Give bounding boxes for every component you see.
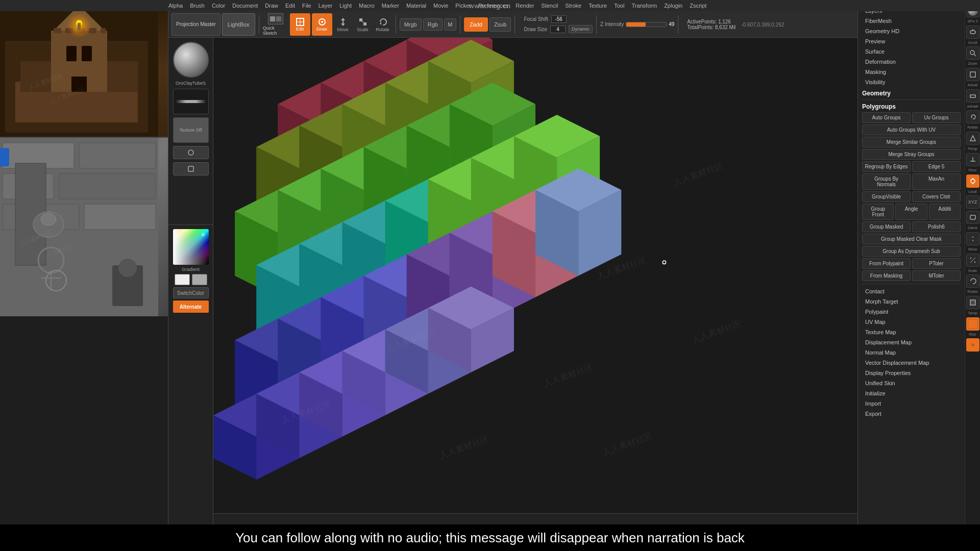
brush-stroke-preview[interactable] <box>173 89 209 114</box>
lightbox-button[interactable]: LightBox <box>222 13 255 36</box>
menu-layer[interactable]: Layer <box>318 3 333 9</box>
additi-button[interactable]: Additi <box>929 204 961 220</box>
color-wheel[interactable] <box>173 229 209 265</box>
menu-edit[interactable]: Edit <box>285 3 295 9</box>
from-masking-button[interactable]: From Masking <box>862 270 911 281</box>
menu-stroke[interactable]: Stroke <box>565 3 581 9</box>
initialize-item[interactable]: Initialize <box>862 389 961 398</box>
menu-stencil[interactable]: Stencil <box>541 3 558 9</box>
group-front-button[interactable]: Group Front <box>862 204 894 220</box>
right-icon-scale-view[interactable] <box>966 254 979 267</box>
right-icon-actual[interactable] <box>966 68 979 81</box>
brush-small-btn-1[interactable] <box>173 146 209 159</box>
projection-master-button[interactable]: Projection Master <box>172 13 220 36</box>
menu-marker[interactable]: Marker <box>382 3 399 9</box>
right-icon-rotate-view[interactable] <box>966 274 979 288</box>
brush-small-btn-2[interactable] <box>173 162 209 176</box>
right-icon-tansp[interactable] <box>966 296 979 309</box>
menu-transform[interactable]: Transform <box>631 3 657 9</box>
geometry-hd-item[interactable]: Geometry HD <box>862 27 961 36</box>
menu-texture[interactable]: Texture <box>589 3 607 9</box>
export-item[interactable]: Export <box>862 409 961 418</box>
display-properties-item[interactable]: Display Properties <box>862 368 961 378</box>
menu-tool[interactable]: Tool <box>614 3 624 9</box>
menu-zplugin[interactable]: Zplugin <box>664 3 682 9</box>
polypaint-item[interactable]: Polypaint <box>862 307 961 316</box>
draw-size-value[interactable]: 4 <box>550 26 566 33</box>
regroup-by-edges-button[interactable]: Regroup By Edges <box>862 161 911 172</box>
scale-button[interactable]: Scale <box>354 13 372 36</box>
right-icon-game[interactable] <box>966 211 979 224</box>
alternate-button[interactable]: Alternate <box>173 300 209 313</box>
deformation-item[interactable]: Deformation <box>862 57 961 66</box>
group-as-dynamesh-sub-button[interactable]: Group As Dynamesh Sub <box>862 246 961 257</box>
menu-zscript[interactable]: Zscript <box>690 3 706 9</box>
menu-file[interactable]: File <box>302 3 311 9</box>
ptoler-button[interactable]: PToler <box>912 258 961 269</box>
right-icon-xyz[interactable]: XYZ <box>966 195 979 209</box>
menu-picker[interactable]: Picker <box>455 3 471 9</box>
primary-color-swatch[interactable] <box>175 274 190 285</box>
z-intensity-slider[interactable] <box>626 22 667 27</box>
right-icon-rotate[interactable] <box>966 110 979 123</box>
covers-clstr-button[interactable]: Covers Clstr <box>912 191 961 202</box>
right-icon-floor[interactable] <box>966 153 979 166</box>
menu-material[interactable]: Material <box>406 3 426 9</box>
rgb-button[interactable]: Rgb <box>423 18 443 31</box>
menu-preferences[interactable]: Preferences <box>478 3 508 9</box>
group-masked-button[interactable]: Group Masked <box>862 221 911 232</box>
displacement-map-item[interactable]: Displacement Map <box>862 338 961 347</box>
maxan-button[interactable]: MaxAn <box>912 173 961 190</box>
right-icon-scroll[interactable] <box>966 26 979 39</box>
contact-item[interactable]: Contact <box>862 287 961 296</box>
edit-button[interactable]: Edit <box>290 13 310 36</box>
vector-displacement-map-item[interactable]: Vector Displacement Map <box>862 358 961 367</box>
import-item[interactable]: Import <box>862 399 961 408</box>
uv-map-item[interactable]: UV Map <box>862 317 961 327</box>
texture-map-item[interactable]: Texture Map <box>862 328 961 337</box>
switch-color-button[interactable]: SwitchColor <box>173 287 209 298</box>
zsub-button[interactable]: Zsub <box>489 17 511 32</box>
from-polypaint-button[interactable]: From Polypaint <box>862 258 911 269</box>
masking-item[interactable]: Masking <box>862 67 961 77</box>
right-icon-orange-2[interactable] <box>966 338 979 352</box>
fibermesh-item[interactable]: FiberMesh <box>862 16 961 26</box>
zadd-button[interactable]: Zadd <box>464 17 488 32</box>
m-button[interactable]: M <box>444 18 456 31</box>
edge-5-button[interactable]: Edge 5 <box>912 161 961 172</box>
menu-render[interactable]: Render <box>516 3 534 9</box>
focal-shift-value[interactable]: -56 <box>551 15 567 23</box>
uv-groups-button[interactable]: Uv Groups <box>912 112 961 123</box>
main-canvas[interactable]: 人人素材社区 人人素材社区 人人素材社区 人人素材社区 人人素材社区 人人素材社… <box>213 38 857 524</box>
unified-skin-item[interactable]: Unified Skin <box>862 379 961 388</box>
secondary-color-swatch[interactable] <box>192 274 207 285</box>
blue-side-tab[interactable] <box>0 148 9 166</box>
surface-item[interactable]: Surface <box>862 47 961 56</box>
menu-alpha[interactable]: Alpha <box>168 3 183 9</box>
right-icon-aahalf[interactable] <box>966 89 979 103</box>
merge-similar-groups-button[interactable]: Merge Similar Groups <box>862 137 961 147</box>
rotate-button[interactable]: Rotate <box>374 13 392 36</box>
group-visible-button[interactable]: GroupVisible <box>862 191 911 202</box>
preview-item[interactable]: Preview <box>862 37 961 46</box>
menu-light[interactable]: Light <box>339 3 352 9</box>
merge-stray-groups-button[interactable]: Merge Stray Groups <box>862 149 961 160</box>
mtoler-button[interactable]: MToler <box>912 270 961 281</box>
menu-document[interactable]: Document <box>232 3 258 9</box>
menu-draw[interactable]: Draw <box>265 3 278 9</box>
dynamic-button[interactable]: Dynamic <box>569 25 593 33</box>
auto-groups-button[interactable]: Auto Groups <box>862 112 911 123</box>
normal-map-item[interactable]: Normal Map <box>862 348 961 357</box>
right-icon-persp[interactable] <box>966 132 979 145</box>
brush-alpha-preview[interactable]: Texture Off <box>173 117 209 143</box>
menu-movie[interactable]: Movie <box>433 3 448 9</box>
menu-brush[interactable]: Brush <box>190 3 205 9</box>
angle-button[interactable]: Angle <box>895 204 927 220</box>
right-icon-move[interactable] <box>966 232 979 245</box>
move-button[interactable]: Move <box>334 13 352 36</box>
brush-preview-sphere[interactable] <box>173 42 209 78</box>
visibility-item[interactable]: Visibility <box>862 78 961 87</box>
group-masked-clear-mask-button[interactable]: Group Masked Clear Mask <box>862 234 961 244</box>
quick-sketch-button[interactable]: Quick Sketch <box>263 13 288 36</box>
auto-groups-with-uv-button[interactable]: Auto Groups With UV <box>862 124 961 135</box>
